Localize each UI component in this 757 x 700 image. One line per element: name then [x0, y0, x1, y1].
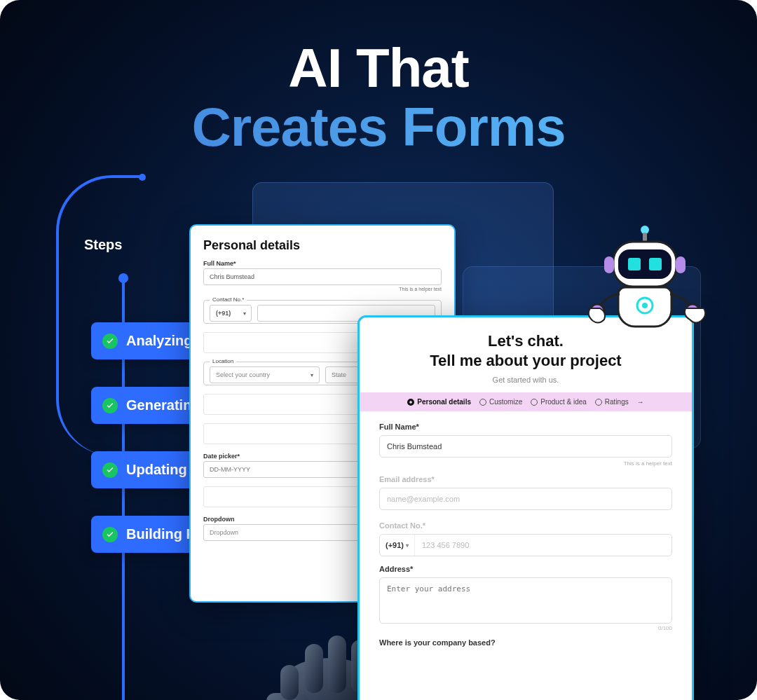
- svg-rect-3: [328, 636, 346, 693]
- front-fullname-helper: This is a helper text: [379, 460, 672, 467]
- tab-ratings[interactable]: Ratings: [595, 398, 629, 406]
- svg-rect-14: [676, 256, 686, 273]
- radio-icon: [407, 399, 414, 406]
- radio-icon: [595, 399, 602, 406]
- front-email-input[interactable]: [379, 488, 672, 510]
- hero-heading: AI That Creates Forms: [0, 39, 757, 156]
- front-fullname-input[interactable]: [379, 435, 672, 458]
- check-icon: [102, 462, 118, 478]
- front-phone-label: Contact No.*: [379, 521, 672, 530]
- front-address-label: Address*: [379, 565, 672, 573]
- radio-icon: [531, 399, 538, 406]
- arrow-right-icon[interactable]: →: [637, 398, 644, 406]
- heading-line2: Creates Forms: [0, 97, 757, 156]
- chevron-down-icon: ▾: [406, 542, 409, 549]
- heading-line1: AI That: [0, 39, 757, 97]
- back-country-select[interactable]: Select your country▾: [210, 366, 320, 383]
- hero-stage: AI That Creates Forms Steps Analyzing Fo…: [0, 0, 757, 700]
- chevron-down-icon: ▾: [243, 310, 246, 317]
- front-phone-group: Contact No.* (+91)▾ 123 456 7890: [379, 521, 672, 556]
- front-email-label: Email address*: [379, 475, 672, 483]
- back-location-label: Location: [210, 358, 236, 364]
- front-address-input[interactable]: [379, 577, 672, 624]
- radio-icon: [479, 399, 486, 406]
- svg-point-16: [642, 303, 648, 308]
- front-form-card: Let's chat. Tell me about your project G…: [357, 315, 694, 700]
- front-fullname-group: Full Name* This is a helper text: [379, 423, 672, 467]
- check-icon: [102, 398, 118, 413]
- svg-rect-10: [618, 249, 671, 279]
- back-fullname-input[interactable]: [203, 268, 442, 285]
- back-form-title: Personal details: [203, 238, 442, 253]
- tab-personal-details[interactable]: Personal details: [407, 398, 471, 406]
- front-fullname-label: Full Name*: [379, 423, 672, 431]
- back-contact-label: Contact No.*: [210, 296, 247, 303]
- svg-rect-11: [628, 258, 641, 270]
- front-email-group: Email address*: [379, 475, 672, 513]
- tab-product-idea[interactable]: Product & idea: [531, 398, 587, 406]
- check-icon: [102, 527, 118, 542]
- svg-rect-6: [280, 665, 299, 700]
- check-icon: [102, 334, 118, 349]
- back-helper: This is a helper text: [203, 287, 442, 291]
- chevron-down-icon: ▾: [311, 372, 313, 378]
- front-phone-input[interactable]: 123 456 7890: [415, 535, 671, 556]
- front-body: Full Name* This is a helper text Email a…: [360, 411, 692, 700]
- front-tabs: Personal details Customize Product & ide…: [360, 392, 692, 411]
- tab-customize[interactable]: Customize: [479, 398, 522, 406]
- back-fullname-field: Full Name* This is a helper text: [203, 260, 442, 291]
- front-phone-wrapper: (+91)▾ 123 456 7890: [379, 534, 672, 556]
- front-subtitle: Get started with us.: [374, 376, 678, 384]
- robot-illustration: [575, 217, 715, 357]
- svg-rect-12: [649, 258, 662, 270]
- front-company-question: Where is your company based?: [379, 638, 672, 647]
- front-phone-prefix[interactable]: (+91)▾: [380, 535, 415, 556]
- svg-rect-2: [305, 644, 323, 693]
- front-address-group: Address* 0/100: [379, 565, 672, 631]
- steps-heading: Steps: [84, 237, 122, 253]
- back-fullname-label: Full Name*: [203, 260, 442, 267]
- front-address-count: 0/100: [379, 625, 672, 631]
- svg-rect-13: [604, 256, 614, 273]
